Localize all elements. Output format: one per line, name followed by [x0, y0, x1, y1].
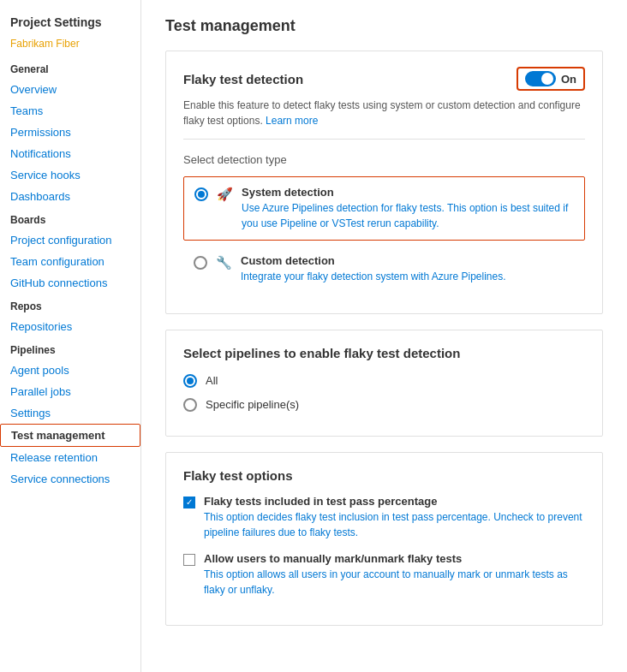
checkmark-icon: ✓: [186, 498, 193, 507]
allow-mark-title: Allow users to manually mark/unmark flak…: [204, 552, 585, 565]
include-percentage-checkbox[interactable]: ✓: [183, 497, 195, 508]
sidebar-item-agent-pools[interactable]: Agent pools: [0, 360, 140, 381]
learn-more-link[interactable]: Learn more: [266, 115, 318, 127]
flaky-detection-toggle[interactable]: [525, 71, 556, 86]
page-title: Test management: [165, 17, 603, 35]
sidebar-item-permissions[interactable]: Permissions: [0, 122, 140, 143]
sidebar-item-service-hooks[interactable]: Service hooks: [0, 164, 140, 186]
include-percentage-desc: This option decides flaky test inclusion…: [204, 509, 585, 540]
system-detection-title: System detection: [242, 186, 574, 199]
toggle-container: On: [517, 67, 585, 91]
include-percentage-title: Flaky tests included in test pass percen…: [204, 495, 585, 508]
pipeline-selection-title: Select pipelines to enable flaky test de…: [183, 346, 585, 360]
custom-detection-desc: Integrate your flaky detection system wi…: [241, 269, 575, 284]
toggle-thumb: [541, 73, 553, 85]
flaky-options-title: Flaky test options: [183, 468, 585, 483]
sidebar-section-repos: Repos: [0, 294, 140, 316]
system-detection-desc: Use Azure Pipelines detection for flaky …: [242, 200, 574, 231]
flaky-detection-card: Flaky test detection On Enable this feat…: [165, 51, 603, 314]
system-detection-content: System detection Use Azure Pipelines det…: [242, 186, 574, 231]
sidebar-section-general: General: [0, 56, 140, 79]
custom-detection-title: Custom detection: [241, 254, 575, 267]
custom-detection-option[interactable]: 🔧 Custom detection Integrate your flaky …: [183, 246, 585, 293]
sidebar-item-service-connections[interactable]: Service connections: [0, 468, 140, 490]
allow-mark-option: Allow users to manually mark/unmark flak…: [183, 552, 585, 598]
main-content: Test management Flaky test detection On …: [141, 0, 627, 672]
sidebar-section-pipelines: Pipelines: [0, 337, 140, 360]
pipeline-all-radio-fill: [187, 378, 194, 384]
detection-type-label: Select detection type: [183, 153, 585, 166]
include-percentage-option: ✓ Flaky tests included in test pass perc…: [183, 495, 585, 540]
sidebar-title: Project Settings: [0, 9, 140, 36]
pipeline-all-option[interactable]: All: [183, 372, 585, 388]
pipeline-selection-card: Select pipelines to enable flaky test de…: [165, 330, 603, 437]
pipeline-specific-label: Specific pipeline(s): [206, 398, 299, 411]
system-detection-option[interactable]: 🚀 System detection Use Azure Pipelines d…: [183, 176, 585, 241]
sidebar-item-repositories[interactable]: Repositories: [0, 316, 140, 337]
custom-detection-radio[interactable]: [194, 256, 207, 270]
allow-mark-content: Allow users to manually mark/unmark flak…: [204, 552, 585, 598]
sidebar-item-project-configuration[interactable]: Project configuration: [0, 229, 140, 251]
allow-mark-checkbox[interactable]: [183, 554, 195, 566]
toggle-label: On: [561, 73, 576, 86]
sidebar-item-notifications[interactable]: Notifications: [0, 143, 140, 164]
sidebar-item-teams[interactable]: Teams: [0, 100, 140, 122]
sidebar-subtitle[interactable]: Fabrikam Fiber: [0, 36, 140, 56]
flaky-detection-title: Flaky test detection: [183, 72, 303, 86]
toggle-track: [525, 71, 556, 86]
custom-detection-icon: 🔧: [216, 255, 232, 271]
sidebar-item-settings[interactable]: Settings: [0, 402, 140, 424]
sidebar-item-test-management[interactable]: Test management: [0, 424, 140, 447]
pipeline-all-radio[interactable]: [183, 374, 197, 388]
allow-mark-desc: This option allows all users in your acc…: [204, 567, 585, 598]
sidebar-item-release-retention[interactable]: Release retention: [0, 447, 140, 468]
sidebar-item-github-connections[interactable]: GitHub connections: [0, 272, 140, 294]
flaky-detection-header: Flaky test detection On: [183, 67, 585, 91]
flaky-options-card: Flaky test options ✓ Flaky tests include…: [165, 452, 603, 626]
pipeline-specific-radio[interactable]: [183, 398, 197, 412]
sidebar-item-team-configuration[interactable]: Team configuration: [0, 251, 140, 272]
divider: [183, 139, 585, 140]
system-detection-radio-fill: [198, 191, 205, 198]
include-percentage-content: Flaky tests included in test pass percen…: [204, 495, 585, 540]
pipeline-all-label: All: [206, 374, 218, 387]
flaky-detection-desc: Enable this feature to detect flaky test…: [183, 98, 585, 128]
sidebar-item-dashboards[interactable]: Dashboards: [0, 186, 140, 207]
system-detection-icon: 🚀: [217, 187, 233, 202]
custom-detection-content: Custom detection Integrate your flaky de…: [241, 254, 575, 284]
pipeline-specific-option[interactable]: Specific pipeline(s): [183, 396, 585, 412]
sidebar-item-parallel-jobs[interactable]: Parallel jobs: [0, 381, 140, 402]
sidebar-item-overview[interactable]: Overview: [0, 79, 140, 100]
sidebar-section-boards: Boards: [0, 207, 140, 229]
sidebar: Project SettingsFabrikam FiberGeneralOve…: [0, 0, 141, 672]
system-detection-radio[interactable]: [194, 187, 208, 201]
